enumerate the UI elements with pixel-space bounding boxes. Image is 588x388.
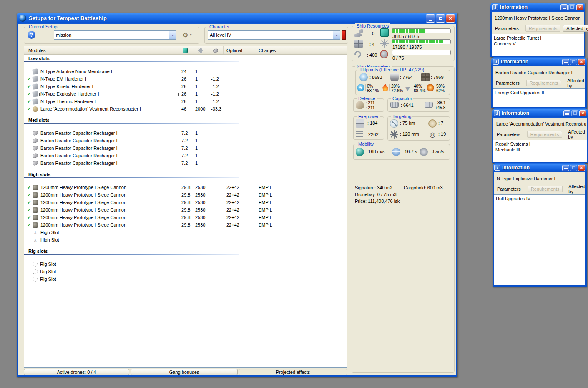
maximize-button[interactable] [568,4,575,10]
tab-requirements[interactable]: Requirements [525,25,560,32]
module-row[interactable]: High Slot [24,236,347,244]
column-optimal[interactable]: Optimal [224,46,255,54]
warp-speed-icon [420,148,428,156]
tab-requirements[interactable]: Requirements [526,80,561,86]
column-charges[interactable]: Charges [255,46,313,54]
module-row[interactable]: ✔Large 'Accommodation' Vestment Reconstr… [24,105,347,113]
module-row[interactable]: ✔1200mm Heavy Prototype I Siege Cannon29… [24,199,347,206]
tab-requirements[interactable]: Requirements [527,131,562,138]
module-name: 1200mm Heavy Prototype I Siege Cannon [40,207,178,213]
column-cpu[interactable] [178,46,192,54]
module-row[interactable]: Rig Slot [24,275,347,283]
module-row[interactable]: Rig Slot [24,260,347,268]
module-row[interactable]: Barton Reactor Capacitor Recharger I7.21 [24,144,347,152]
help-icon[interactable]: ? [28,31,35,39]
setup-combo[interactable]: mission ▼ [54,30,176,40]
targeting-range-icon [390,119,398,128]
column-capacitor[interactable] [208,46,224,54]
module-row[interactable]: ✔1200mm Heavy Prototype I Siege Cannon29… [24,191,347,199]
tab-parameters[interactable]: Parameters [496,81,520,86]
capacitor-value: -33.3 [208,106,224,111]
requirements-list: Large Projectile Turret I Gunnery V [492,34,584,56]
targeting-range-value: : 75 km [400,121,415,126]
tab-parameters[interactable]: Parameters [495,26,519,31]
module-row[interactable]: Barton Reactor Capacitor Recharger I7.21 [24,159,347,167]
character-combo[interactable]: All level IV ▼ [208,30,340,40]
module-row[interactable]: ✔1200mm Heavy Prototype I Siege Cannon29… [24,184,347,191]
module-row[interactable]: ✔1200mm Heavy Prototype I Siege Cannon29… [24,206,347,214]
close-button[interactable]: × [576,4,583,10]
info-titlebar[interactable]: i Information × [491,57,587,66]
close-button[interactable]: × [578,59,585,65]
maximize-button[interactable] [570,59,577,65]
powergrid-value: 2530 [192,215,208,220]
active-drones-button[interactable]: Active drones: 0 / 4 [24,369,129,375]
info-window-title: Information [502,110,529,116]
column-modules[interactable]: Modules [24,46,178,54]
tab-parameters[interactable]: Parameters [497,186,521,191]
module-row[interactable]: ✔N-Type Thermic Hardener I261-1.2 [24,98,347,105]
cpu-value: 29.8 [178,222,192,227]
module-row[interactable]: Barton Reactor Capacitor Recharger I7.21 [24,152,347,159]
module-name: Barton Reactor Capacitor Recharger I [40,138,178,144]
module-row[interactable]: Barton Reactor Capacitor Recharger I7.21 [24,129,347,137]
main-window-body: Current Setup ? mission ▼ ⚙ ▼ Character … [17,24,457,377]
gang-bonuses-button[interactable]: Gang bonuses [131,369,238,375]
powergrid-icon [198,48,203,53]
module-row[interactable]: Rig Slot [24,268,347,275]
module-row[interactable]: ✔1200mm Heavy Prototype I Siege Cannon29… [24,214,347,221]
info-titlebar[interactable]: i Information × [490,3,585,12]
close-button[interactable]: × [446,14,455,23]
tab-affected-by[interactable]: Affected by [568,129,585,139]
tab-requirements[interactable]: Requirements [528,186,563,192]
close-button[interactable]: × [579,110,586,116]
module-name: 1200mm Heavy Prototype I Siege Cannon [40,222,178,228]
module-row[interactable]: Barton Reactor Capacitor Recharger I7.21 [24,137,347,144]
check-icon: ✔ [25,99,33,104]
module-row[interactable]: ✔N-Type EM Hardener I261-1.2 [24,75,347,83]
maximize-button[interactable] [570,165,577,171]
powergrid-value: 1 [192,146,208,151]
module-row[interactable]: N-Type Adaptive Nano Membrane I241 [24,68,347,75]
cpu-bar-fill [392,29,425,33]
column-powergrid[interactable] [192,46,208,54]
powergrid-value: 1 [192,131,208,136]
tab-affected-by[interactable]: Affected by [563,25,588,32]
tab-affected-by[interactable]: Affected by [567,78,584,88]
minimize-button[interactable] [560,4,568,10]
caret-down-icon: ▼ [189,34,192,36]
section-heading: Low slots [24,56,347,62]
minimize-button[interactable] [562,59,569,65]
cpu-value: 46 [178,106,192,111]
minimize-button[interactable] [562,165,569,171]
app-icon [19,15,26,22]
maximize-button[interactable] [571,110,578,116]
close-button[interactable]: × [578,165,585,171]
main-titlebar[interactable]: Setups for Tempest Battleship × [17,13,457,24]
tab-affected-by[interactable]: Affected by [568,184,585,194]
module-row[interactable]: ✔N-Type Kinetic Hardener I261-1.2 [24,83,347,90]
setup-combo-arrow[interactable]: ▼ [169,31,176,39]
module-row[interactable]: High Slot [24,229,347,236]
character-combo-arrow[interactable]: ▼ [333,31,340,39]
projected-effects-button[interactable]: Projected effects [239,369,347,375]
targeting-group: Targeting : 75 km : 7 : 120 mm ◎ : 19 [387,116,450,141]
modules-list-header[interactable]: Modules Optimal Charges [24,46,347,55]
module-name: 1200mm Heavy Prototype I Siege Cannon [40,199,178,205]
tab-parameters[interactable]: Parameters [497,132,520,137]
module-row[interactable]: ✔N-Type Explosive Hardener I261-1.2 [24,90,347,98]
hitpoints-label: Hitpoints (Effective HP: 47,229) [359,67,425,72]
minimize-icon [564,168,568,169]
requirement-item: Gunnery V [494,41,582,47]
setup-tools-button[interactable]: ⚙ ▼ [181,30,193,40]
maximize-button[interactable] [436,14,445,23]
window-title: Setups for Tempest Battleship [29,15,107,21]
minimize-button[interactable] [563,110,570,116]
info-titlebar[interactable]: i Information × [493,163,587,172]
module-row[interactable]: ✔1200mm Heavy Prototype I Siege Cannon29… [24,221,347,229]
launcher-hardpoint-icon [354,40,363,48]
capacitor-icon [213,48,219,53]
module-name: High Slot [40,237,178,243]
minimize-button[interactable] [426,14,435,23]
info-titlebar[interactable]: i Information × [492,108,588,118]
